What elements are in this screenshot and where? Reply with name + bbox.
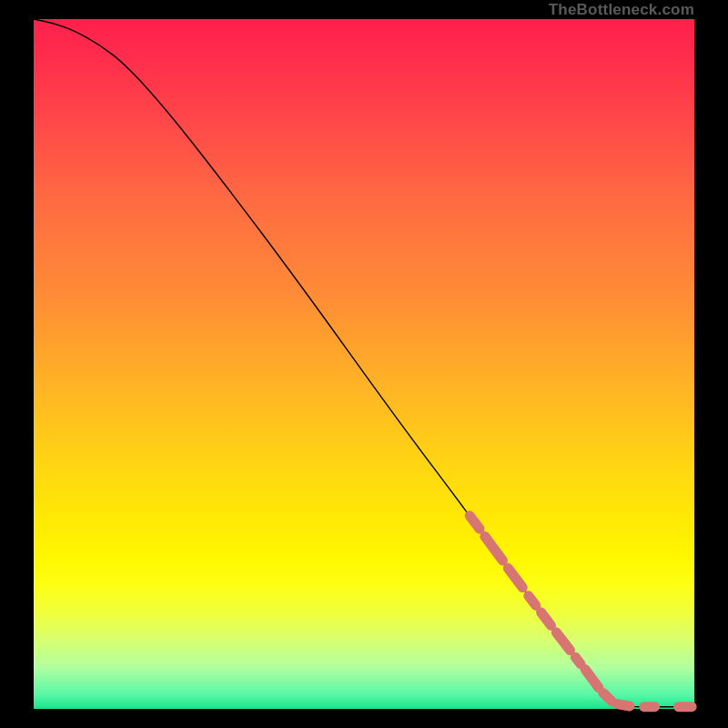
highlight-dash: [585, 670, 599, 688]
highlight-dash: [470, 516, 480, 529]
highlight-dash: [617, 704, 630, 706]
highlight-dash: [541, 612, 551, 625]
watermark-text: TheBottleneck.com: [549, 1, 694, 19]
chart-overlay: [34, 19, 694, 709]
highlight-dash: [485, 537, 503, 561]
highlight-dash: [603, 693, 612, 702]
chart-frame: TheBottleneck.com: [34, 19, 694, 709]
bottleneck-curve: [34, 19, 694, 707]
highlight-dashes: [470, 516, 692, 707]
highlight-dash: [556, 632, 570, 651]
highlight-dash: [575, 657, 581, 664]
highlight-dash: [508, 568, 522, 587]
highlight-dash: [529, 596, 536, 606]
